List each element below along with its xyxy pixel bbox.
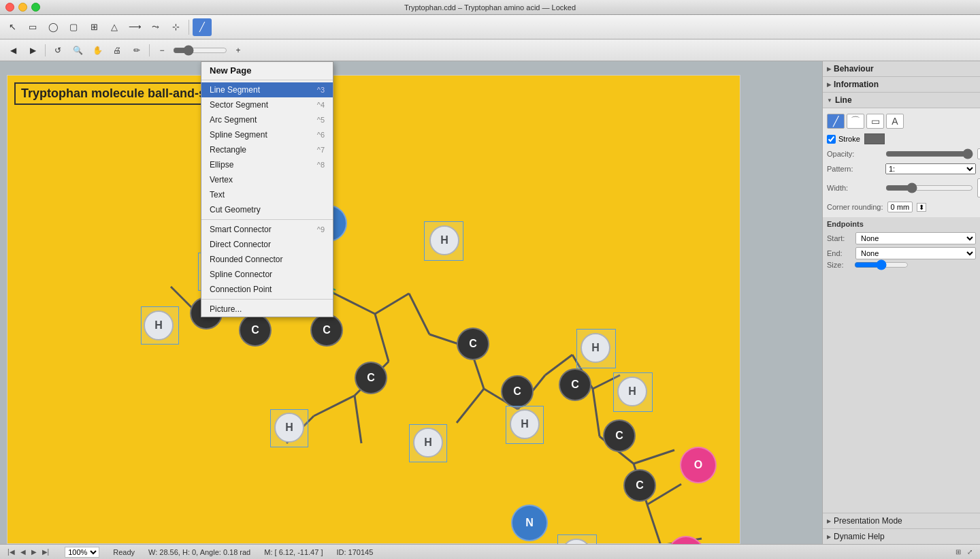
line-style-btn-1[interactable]: ╱ bbox=[827, 114, 845, 129]
width-label: Width: bbox=[827, 184, 881, 192]
svg-line-11 bbox=[375, 293, 409, 314]
close-button[interactable] bbox=[5, 3, 14, 12]
rect-tool[interactable]: ▭ bbox=[23, 18, 42, 36]
menu-vertex[interactable]: Vertex bbox=[201, 172, 333, 187]
minimize-button[interactable] bbox=[18, 3, 27, 12]
smart-connector-tool[interactable]: ⤳ bbox=[146, 18, 165, 36]
corner-value: 0 mm bbox=[887, 202, 913, 212]
menu-arc-segment[interactable]: Arc Segment ^5 bbox=[201, 112, 333, 127]
icon-page-size[interactable]: ⊞ bbox=[953, 547, 963, 556]
print-btn[interactable]: 🖨 bbox=[108, 42, 126, 59]
rectangle-label: Rectangle bbox=[210, 145, 246, 155]
width-value: 28 pix bbox=[977, 178, 980, 197]
menu-picture[interactable]: Picture... bbox=[201, 302, 333, 317]
smart-connector-label: Smart Connector bbox=[210, 225, 272, 234]
panel-behaviour[interactable]: ▶ Behaviour bbox=[823, 61, 980, 77]
selection-box-10 bbox=[506, 406, 544, 444]
panel-information[interactable]: ▶ Information bbox=[823, 77, 980, 93]
nav-prev-btn[interactable]: ◀ bbox=[18, 547, 28, 556]
nav-last-btn[interactable]: ▶| bbox=[40, 547, 52, 556]
menu-separator-2 bbox=[201, 219, 333, 220]
spline-segment-label: Spline Segment bbox=[210, 130, 267, 140]
table-tool[interactable]: ⊞ bbox=[84, 18, 103, 36]
dynamic-help-label: Dynamic Help bbox=[834, 532, 885, 541]
width-slider[interactable] bbox=[885, 184, 973, 192]
stroke-checkbox[interactable] bbox=[827, 135, 836, 144]
browse-tool[interactable]: ⊹ bbox=[166, 18, 185, 36]
selection-box-12 bbox=[557, 534, 597, 544]
stroke-checkbox-row: Stroke bbox=[827, 135, 860, 144]
selection-box-6 bbox=[270, 409, 308, 447]
menu-line-segment[interactable]: Line Segment ^3 bbox=[201, 82, 333, 97]
zoom-select[interactable]: 100% 50% 200% bbox=[65, 547, 99, 558]
arc-segment-label: Arc Segment bbox=[210, 115, 257, 125]
rounded-connector-label: Rounded Connector bbox=[210, 255, 282, 264]
menu-direct-connector[interactable]: Direct Connector bbox=[201, 237, 333, 252]
zoom-in-btn[interactable]: + bbox=[229, 42, 247, 59]
menu-ellipse[interactable]: Ellipse ^8 bbox=[201, 157, 333, 172]
menu-spline-segment[interactable]: Spline Segment ^6 bbox=[201, 127, 333, 142]
corner-stepper[interactable]: ⬍ bbox=[917, 203, 926, 212]
line-segment-shortcut: ^3 bbox=[317, 86, 325, 94]
traffic-lights[interactable] bbox=[5, 3, 40, 12]
atom-O-1: O bbox=[680, 447, 717, 483]
end-select[interactable]: None bbox=[855, 247, 976, 259]
zoom-btn[interactable]: 🔍 bbox=[69, 42, 86, 59]
menu-text[interactable]: Text bbox=[201, 187, 333, 202]
menu-smart-connector[interactable]: Smart Connector ^9 bbox=[201, 222, 333, 237]
status-coords: M: [ 6.12, -11.47 ] bbox=[264, 548, 323, 556]
menu-separator-1 bbox=[201, 80, 333, 80]
opacity-slider[interactable] bbox=[885, 150, 973, 158]
document-canvas: Tryptophan molecule ball-and-stick model bbox=[7, 75, 740, 544]
dynamic-help-section[interactable]: ▶ Dynamic Help bbox=[823, 528, 980, 544]
stroke-color-swatch[interactable] bbox=[864, 133, 885, 144]
zoom-out-btn[interactable]: − bbox=[153, 42, 171, 59]
status-id: ID: 170145 bbox=[336, 548, 373, 556]
canvas-area[interactable]: Tryptophan molecule ball-and-stick model bbox=[0, 61, 822, 544]
opacity-value: 100% bbox=[977, 148, 980, 159]
status-dimensions: W: 28.56, H: 0, Angle: 0.18 rad bbox=[148, 548, 250, 556]
nav-first-btn[interactable]: |◀ bbox=[5, 547, 17, 556]
endpoints-section: Endpoints Start: None End: None Size: bbox=[823, 217, 980, 272]
start-select[interactable]: None bbox=[855, 232, 976, 244]
nav-fwd-btn[interactable]: ▶ bbox=[24, 42, 42, 59]
active-tool[interactable]: ╱ bbox=[193, 18, 212, 36]
icon-expand[interactable]: ⤢ bbox=[965, 547, 975, 556]
arc-segment-shortcut: ^5 bbox=[317, 116, 325, 124]
nav-back-btn[interactable]: ◀ bbox=[4, 42, 22, 59]
nav-next-btn[interactable]: ▶ bbox=[29, 547, 39, 556]
menu-connection-point[interactable]: Connection Point bbox=[201, 282, 333, 297]
pen-btn[interactable]: ✏ bbox=[128, 42, 146, 59]
zoom-slider[interactable] bbox=[173, 46, 227, 55]
menu-sector-segment[interactable]: Sector Segment ^4 bbox=[201, 97, 333, 112]
menu-rounded-connector[interactable]: Rounded Connector bbox=[201, 252, 333, 267]
presentation-mode-section[interactable]: ▶ Presentation Mode bbox=[823, 513, 980, 528]
menu-new-page[interactable]: New Page bbox=[201, 62, 333, 78]
hand-tool-btn[interactable]: ✋ bbox=[88, 42, 106, 59]
rectangle-shortcut: ^7 bbox=[317, 146, 325, 154]
connector-tool[interactable]: ⟶ bbox=[125, 18, 144, 36]
spline-segment-shortcut: ^6 bbox=[317, 131, 325, 139]
line-style-btn-2[interactable]: ⌒ bbox=[847, 114, 864, 129]
vertex-tool[interactable]: △ bbox=[105, 18, 124, 36]
line-style-btn-4[interactable]: A bbox=[886, 114, 904, 129]
pattern-select[interactable]: 1: bbox=[885, 163, 976, 174]
refresh-btn[interactable]: ↺ bbox=[49, 42, 67, 59]
svg-line-12 bbox=[409, 293, 429, 334]
svg-line-19 bbox=[314, 396, 355, 416]
size-slider[interactable] bbox=[854, 261, 909, 269]
smart-connector-shortcut: ^9 bbox=[317, 225, 325, 234]
selection-box-5 bbox=[141, 306, 179, 345]
window-title: Tryptophan.cdd – Tryptophan amino acid —… bbox=[404, 3, 576, 12]
line-style-btn-3[interactable]: ▭ bbox=[866, 114, 884, 129]
menu-spline-connector[interactable]: Spline Connector bbox=[201, 267, 333, 282]
arrow-tool[interactable]: ↖ bbox=[3, 18, 22, 36]
maximize-button[interactable] bbox=[31, 3, 40, 12]
menu-rectangle[interactable]: Rectangle ^7 bbox=[201, 142, 333, 157]
start-label: Start: bbox=[827, 234, 851, 242]
pattern-label: Pattern: bbox=[827, 165, 881, 173]
ellipse-tool[interactable]: ◯ bbox=[44, 18, 63, 36]
svg-line-17 bbox=[375, 314, 389, 362]
menu-cut-geometry[interactable]: Cut Geometry bbox=[201, 202, 333, 217]
rounded-rect-tool[interactable]: ▢ bbox=[64, 18, 83, 36]
